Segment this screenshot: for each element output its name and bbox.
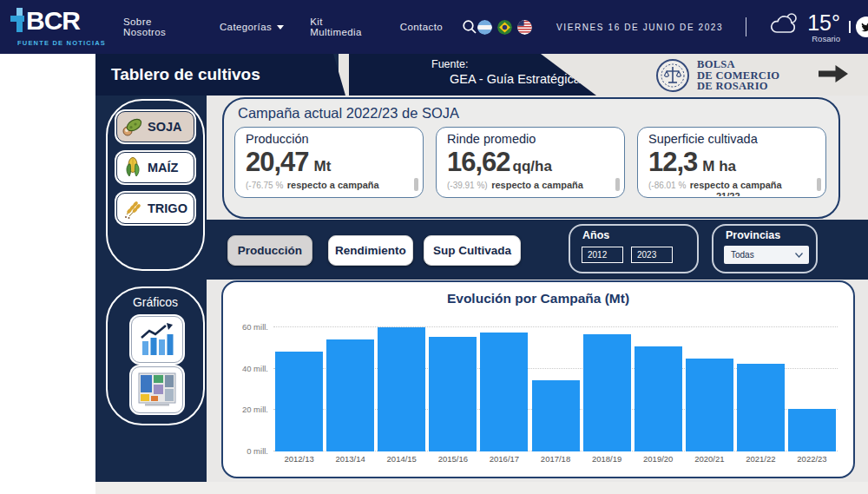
chart-xlabels: 2012/132013/142014/152015/162016/172017/… (273, 454, 838, 464)
brazil-flag[interactable] (497, 20, 512, 35)
nav-categorias[interactable]: Categorías (220, 22, 284, 32)
treemap-icon (138, 372, 176, 407)
crop-selector-panel: SOJA MAÍZ (106, 99, 205, 271)
x-axis-label: 2020/21 (684, 454, 735, 464)
charts-panel-label: Gráficos (108, 295, 203, 309)
bar-2021/22[interactable] (737, 364, 785, 451)
corn-icon (122, 156, 144, 179)
twitter-icon (860, 22, 868, 32)
treemap-view-button[interactable] (131, 366, 183, 413)
kpi-label: Producción (246, 132, 414, 146)
chart-title: Evolución por Campaña (Mt) (223, 291, 853, 306)
bar-cell (273, 321, 325, 451)
kpi-cards: Producción 20,47Mt (-76.75 % respecto a … (224, 122, 838, 198)
bar-cell (786, 321, 838, 451)
topbar-right-cluster: VIERNES 16 DE JUNIO DE 2023 15° Rosario (477, 11, 868, 43)
y-axis-tick: 20 mill. (227, 405, 268, 414)
kpi-card-produccion: Producción 20,47Mt (-76.75 % respecto a … (234, 127, 424, 198)
bar-2015/16[interactable] (429, 337, 477, 451)
bar-2016/17[interactable] (480, 333, 528, 451)
bcr-plus-mark-icon (9, 8, 26, 37)
page: BCR FUENTE DE NOTICIAS Sobre Nosotros Ca… (0, 0, 868, 494)
twitter-button[interactable] (856, 16, 868, 37)
evolution-chart-panel: Evolución por Campaña (Mt) 0 mill.20 mil… (221, 280, 855, 478)
y-axis-tick: 0 mill. (227, 446, 268, 456)
bar-cell (325, 321, 376, 451)
x-axis-label: 2015/16 (427, 454, 478, 464)
dashboard-title: Tablero de cultivos (95, 54, 345, 96)
x-axis-label: 2016/17 (478, 454, 529, 464)
tab-produccion[interactable]: Producción (227, 235, 312, 266)
y-axis-tick: 60 mill. (227, 322, 268, 332)
bar-chart-icon (138, 322, 176, 357)
x-axis-label: 2012/13 (273, 454, 325, 464)
page-bottom-strip (95, 482, 868, 494)
charts-panel: Gráficos (106, 287, 205, 425)
nav-kit-multimedia[interactable]: Kit Multimedia (310, 16, 374, 37)
cloud-icon (767, 11, 800, 36)
bcr-logo-row: BCR (9, 8, 111, 37)
bar-2018/19[interactable] (583, 334, 631, 451)
x-axis-label: 2021/22 (735, 454, 786, 464)
argentina-flag[interactable] (477, 20, 492, 35)
current-campaign-panel: Campaña actual 2022/23 de SOJA Producció… (222, 97, 840, 219)
bar-cell (684, 321, 735, 451)
year-to-input[interactable]: 2023 (631, 247, 673, 263)
tab-sup-cultivada[interactable]: Sup Cultivada (424, 235, 521, 266)
chevron-down-icon (277, 25, 284, 30)
x-axis-label: 2018/19 (582, 454, 633, 464)
years-inputs: 2012 2023 (582, 247, 697, 263)
nav-sobre-nosotros[interactable]: Sobre Nosotros (123, 16, 194, 37)
x-axis-label: 2019/20 (633, 454, 684, 464)
top-navigation-bar: BCR FUENTE DE NOTICIAS Sobre Nosotros Ca… (0, 0, 868, 54)
dropdown-chevron-icon (795, 253, 803, 258)
language-flags (477, 20, 532, 35)
kpi-delta: (-76.75 % respecto a campaña 21/22 (246, 178, 414, 193)
bcr-logo[interactable]: BCR FUENTE DE NOTICIAS (9, 8, 111, 47)
temperature: 15° (807, 11, 840, 34)
crop-button-soja[interactable]: SOJA (116, 111, 194, 142)
bar-2012/13[interactable] (275, 352, 323, 451)
provinces-filter-label: Provincias (726, 229, 816, 241)
bar-cell (633, 321, 684, 451)
kpi-card-rinde: Rinde promedio 16,62qq/ha (-39.91 %) res… (436, 127, 625, 198)
weather-city: Rosario (812, 34, 840, 43)
years-filter: Años 2012 2023 (569, 224, 699, 273)
bar-chart-view-button[interactable] (131, 316, 183, 363)
usa-flag[interactable] (517, 20, 532, 35)
kpi-value: 20,47Mt (246, 147, 414, 178)
kpi-label: Rinde promedio (447, 132, 615, 146)
kpi-delta: (-86.01 % respecto a campaña 21/22 (648, 178, 817, 196)
bar-2019/20[interactable] (635, 346, 682, 451)
next-arrow-button[interactable] (819, 65, 848, 86)
tab-rendimiento[interactable]: Rendimiento (328, 235, 413, 266)
provinces-dropdown[interactable]: Todas (724, 246, 809, 264)
nav-contacto[interactable]: Contacto (400, 22, 443, 32)
argentina-flag-icon (477, 20, 492, 35)
x-axis-label: 2014/15 (376, 454, 427, 464)
card-scrollbar[interactable] (817, 178, 821, 191)
kpi-value: 16,62qq/ha (447, 147, 615, 178)
crop-button-trigo[interactable]: TRIGO (116, 193, 194, 224)
bcr-logo-text: BCR (26, 8, 80, 34)
bar-2013/14[interactable] (326, 339, 374, 451)
bar-cell (478, 321, 529, 451)
year-from-input[interactable]: 2012 (582, 247, 623, 263)
card-scrollbar[interactable] (414, 178, 418, 191)
bar-2014/15[interactable] (378, 327, 425, 451)
card-scrollbar[interactable] (615, 178, 620, 191)
bcr-seal-icon (655, 58, 690, 93)
y-axis-tick: 40 mill. (227, 364, 268, 373)
x-axis-label: 2022/23 (786, 454, 838, 464)
bar-2017/18[interactable] (532, 380, 580, 451)
search-icon (462, 19, 477, 35)
chart-plot: 0 mill.20 mill.40 mill.60 mill. (273, 321, 838, 451)
topbar-divider (746, 17, 746, 36)
bolsa-comercio-logo: BOLSA DE COMERCIO DE ROSARIO (655, 58, 779, 93)
bar-2022/23[interactable] (788, 409, 836, 451)
bar-2020/21[interactable] (686, 359, 733, 451)
kpi-label: Superficie cultivada (648, 132, 817, 146)
search-button[interactable] (462, 19, 477, 35)
campaign-title: Campaña actual 2022/23 de SOJA (238, 105, 838, 122)
crop-button-maiz[interactable]: MAÍZ (116, 152, 194, 183)
